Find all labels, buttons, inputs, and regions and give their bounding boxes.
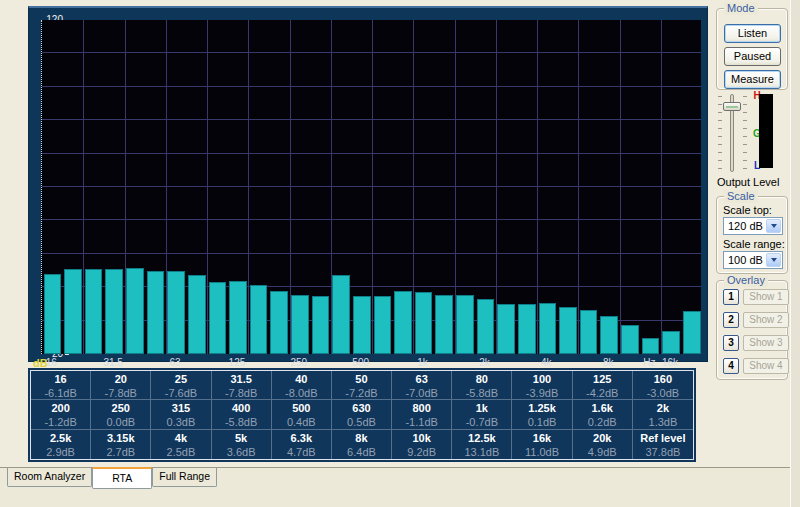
freq-deviation-value: -4.2dB — [573, 387, 632, 400]
spectrum-bar-1.25k — [435, 295, 453, 354]
freq-cell-125: 125-4.2dB — [573, 371, 633, 400]
tab-strip: Room Analyzer RTA Full Range — [0, 467, 791, 507]
spectrum-bar-800 — [394, 291, 412, 354]
freq-cell-5k: 5k3.6dB — [212, 430, 272, 459]
scale-top-value: 120 dB — [724, 220, 766, 232]
slider-tick — [718, 144, 722, 145]
scale-top-dropdown[interactable]: 120 dB — [723, 217, 783, 235]
freq-deviation-value: -7.8dB — [91, 387, 150, 400]
scale-group-title: Scale — [724, 190, 758, 203]
tab-full-range[interactable]: Full Range — [152, 468, 217, 487]
freq-cell-25: 25-7.6dB — [151, 371, 211, 400]
spectrum-bar-20k — [683, 311, 701, 354]
spectrum-bar-63 — [167, 271, 185, 354]
slider-tick — [743, 104, 747, 105]
freq-cell-500: 5000.4dB — [272, 400, 332, 429]
spectrum-bar-25 — [85, 269, 103, 354]
freq-deviation-value: 4.9dB — [573, 446, 632, 459]
paused-button[interactable]: Paused — [724, 47, 781, 66]
slider-tick — [743, 112, 747, 113]
slider-tick — [718, 128, 722, 129]
listen-button[interactable]: Listen — [724, 24, 781, 43]
level-meter — [759, 94, 773, 168]
spectrum-bar-6.3k — [580, 310, 598, 354]
spectrum-bar-12.5k — [642, 338, 660, 354]
scale-range-value: 100 dB — [724, 254, 766, 266]
slider-tick — [718, 136, 722, 137]
slider-tick — [718, 152, 722, 153]
freq-band-label: 16k — [512, 431, 571, 446]
spectrum-bar-4k — [539, 303, 557, 354]
x-tick-label: 2k — [479, 357, 490, 368]
slider-tick — [743, 144, 747, 145]
freq-deviation-value: -3.9dB — [512, 387, 571, 400]
freq-cell-160: 160-3.0dB — [633, 371, 693, 400]
freq-band-label: 16 — [31, 372, 90, 387]
freq-deviation-value: 11.0dB — [512, 446, 571, 459]
overlay-groupbox: Overlay 1 Show 1 2 Show 2 3 Show 3 4 Sho… — [716, 280, 788, 380]
gridline-vertical — [578, 20, 579, 354]
freq-deviation-value: -5.8dB — [212, 416, 271, 429]
freq-cell-1.6k: 1.6k0.2dB — [573, 400, 633, 429]
window-right-edge — [790, 0, 800, 507]
spectrum-bar-315 — [312, 296, 330, 354]
freq-band-label: 8k — [332, 431, 391, 446]
output-level-control: H G L — [716, 88, 788, 174]
freq-deviation-value: -1.1dB — [392, 416, 451, 429]
overlay-group-title: Overlay — [724, 274, 768, 287]
freq-deviation-value: 2.5dB — [151, 446, 210, 459]
slider-tick — [718, 120, 722, 121]
freq-band-label: 50 — [332, 372, 391, 387]
freq-cell-4k: 4k2.5dB — [151, 430, 211, 459]
freq-cell-ref-level: Ref level37.8dB — [633, 430, 693, 459]
overlay-3-button[interactable]: 3 — [723, 335, 739, 351]
freq-deviation-value: -3.0dB — [633, 387, 693, 400]
freq-band-label: 2k — [633, 401, 693, 416]
output-level-slider-thumb[interactable] — [723, 102, 741, 111]
x-tick-label: Hz — [643, 357, 655, 368]
freq-cell-200: 200-1.2dB — [31, 400, 91, 429]
freq-deviation-value: -7.0dB — [392, 387, 451, 400]
spectrum-bar-160 — [250, 285, 268, 354]
freq-cell-10k: 10k9.2dB — [392, 430, 452, 459]
spectrum-bar-16 — [44, 274, 62, 354]
spectrum-bar-2.5k — [497, 304, 515, 354]
slider-tick — [743, 120, 747, 121]
slider-tick — [743, 168, 747, 169]
freq-cell-315: 3150.3dB — [151, 400, 211, 429]
spectrum-bar-80 — [188, 275, 206, 354]
frequency-table-grid: 16-6.1dB20-7.8dB25-7.6dB31.5-7.8dB40-8.0… — [30, 370, 694, 460]
freq-band-label: 5k — [212, 431, 271, 446]
freq-band-label: 31.5 — [212, 372, 271, 387]
tab-room-analyzer[interactable]: Room Analyzer — [7, 468, 92, 487]
slider-tick — [718, 112, 722, 113]
tab-rta[interactable]: RTA — [92, 467, 152, 489]
freq-band-label: Ref level — [633, 431, 693, 446]
gridline-vertical — [620, 20, 621, 354]
chevron-down-icon[interactable] — [766, 253, 781, 267]
scale-range-dropdown[interactable]: 100 dB — [723, 251, 783, 269]
overlay-1-button[interactable]: 1 — [723, 289, 739, 305]
spectrum-bar-630 — [374, 296, 392, 354]
freq-band-label: 800 — [392, 401, 451, 416]
freq-deviation-value: 0.5dB — [332, 416, 391, 429]
freq-band-label: 3.15k — [91, 431, 150, 446]
overlay-2-button[interactable]: 2 — [723, 312, 739, 328]
overlay-4-button[interactable]: 4 — [723, 358, 739, 374]
freq-band-label: 10k — [392, 431, 451, 446]
freq-band-label: 4k — [151, 431, 210, 446]
freq-cell-31.5: 31.5-7.8dB — [212, 371, 272, 400]
freq-band-label: 125 — [573, 372, 632, 387]
spectrum-bar-10k — [621, 325, 639, 354]
freq-cell-63: 63-7.0dB — [392, 371, 452, 400]
spectrum-bar-400 — [332, 275, 350, 354]
freq-deviation-value: 1.3dB — [633, 416, 693, 429]
measure-button[interactable]: Measure — [724, 70, 781, 89]
chevron-down-icon[interactable] — [766, 219, 781, 233]
slider-tick — [718, 104, 722, 105]
freq-band-label: 160 — [633, 372, 693, 387]
slider-tick — [743, 128, 747, 129]
freq-cell-16: 16-6.1dB — [31, 371, 91, 400]
spectrum-bar-3.15k — [518, 304, 536, 354]
show-2-button: Show 2 — [743, 312, 789, 328]
